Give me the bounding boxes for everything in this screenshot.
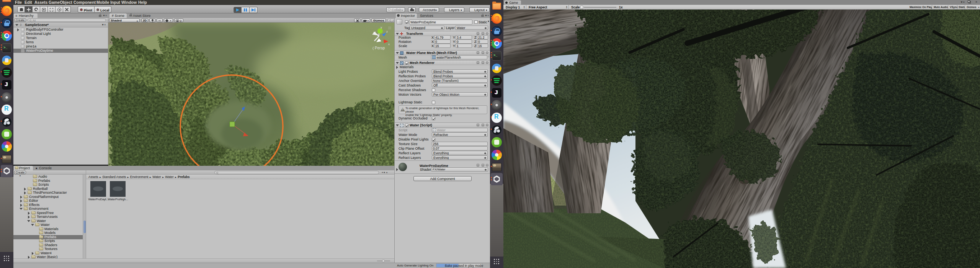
svg-text:x: x	[388, 42, 390, 46]
svg-text:y: y	[381, 26, 382, 29]
svg-text:z: z	[386, 30, 388, 33]
svg-text:〈 Persp: 〈 Persp	[372, 46, 385, 50]
